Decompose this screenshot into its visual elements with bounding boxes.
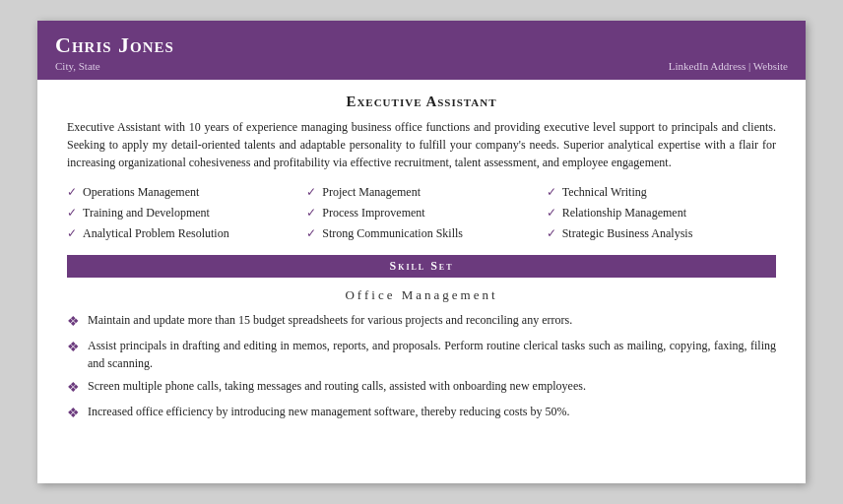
bullet-text: Maintain and update more than 15 budget … bbox=[88, 311, 572, 329]
skill-label: Strategic Business Analysis bbox=[562, 226, 693, 241]
skill-item: ✓ Relationship Management bbox=[547, 204, 776, 222]
skills-grid: ✓ Operations Management ✓ Project Manage… bbox=[67, 183, 776, 243]
candidate-city: City, State bbox=[55, 60, 100, 72]
skill-label: Relationship Management bbox=[562, 206, 686, 220]
header-subline: City, State LinkedIn Address | Website bbox=[55, 58, 788, 72]
bullet-text: Assist principals in drafting and editin… bbox=[88, 337, 776, 372]
list-item: ❖ Maintain and update more than 15 budge… bbox=[67, 311, 776, 332]
bullet-list: ❖ Maintain and update more than 15 budge… bbox=[67, 311, 776, 423]
diamond-icon: ❖ bbox=[67, 311, 80, 332]
skill-item: ✓ Process Improvement bbox=[306, 204, 536, 222]
resume-body: Executive Assistant Executive Assistant … bbox=[37, 80, 806, 444]
skill-item: ✓ Strategic Business Analysis bbox=[547, 224, 776, 243]
summary-text: Executive Assistant with 10 years of exp… bbox=[67, 118, 776, 171]
skill-label: Technical Writing bbox=[562, 185, 647, 200]
list-item: ❖ Screen multiple phone calls, taking me… bbox=[67, 377, 776, 398]
skill-item: ✓ Analytical Problem Resolution bbox=[67, 224, 296, 243]
resume-page: Chris Jones City, State LinkedIn Address… bbox=[37, 21, 806, 483]
check-icon: ✓ bbox=[547, 226, 556, 241]
check-icon: ✓ bbox=[67, 226, 77, 241]
bullet-text: Increased office efficiency by introduci… bbox=[88, 403, 569, 420]
job-title: Executive Assistant bbox=[67, 94, 776, 110]
skill-set-label: Skill Set bbox=[389, 259, 453, 273]
list-item: ❖ Increased office efficiency by introdu… bbox=[67, 403, 776, 423]
office-management-title: Office Management bbox=[67, 287, 776, 303]
diamond-icon: ❖ bbox=[67, 377, 80, 398]
skill-item: ✓ Operations Management bbox=[67, 183, 296, 202]
skill-label: Training and Development bbox=[83, 206, 210, 220]
check-icon: ✓ bbox=[547, 206, 556, 220]
skill-label: Process Improvement bbox=[322, 206, 424, 220]
check-icon: ✓ bbox=[306, 206, 316, 220]
header: Chris Jones City, State LinkedIn Address… bbox=[37, 21, 806, 80]
skill-label: Strong Communication Skills bbox=[322, 226, 463, 241]
check-icon: ✓ bbox=[306, 185, 316, 200]
skill-item: ✓ Project Management bbox=[306, 183, 536, 202]
list-item: ❖ Assist principals in drafting and edit… bbox=[67, 337, 776, 372]
check-icon: ✓ bbox=[67, 185, 77, 200]
skill-label: Project Management bbox=[322, 185, 421, 200]
check-icon: ✓ bbox=[67, 206, 77, 220]
skill-label: Operations Management bbox=[83, 185, 199, 200]
check-icon: ✓ bbox=[306, 226, 316, 241]
candidate-contact: LinkedIn Address | Website bbox=[669, 60, 788, 72]
skill-set-bar: Skill Set bbox=[67, 255, 776, 278]
check-icon: ✓ bbox=[547, 185, 556, 200]
candidate-name: Chris Jones bbox=[55, 32, 788, 58]
skill-item: ✓ Technical Writing bbox=[547, 183, 776, 202]
skill-label: Analytical Problem Resolution bbox=[83, 226, 229, 241]
skill-item: ✓ Strong Communication Skills bbox=[306, 224, 536, 243]
diamond-icon: ❖ bbox=[67, 337, 80, 357]
skill-item: ✓ Training and Development bbox=[67, 204, 296, 222]
bullet-text: Screen multiple phone calls, taking mess… bbox=[88, 377, 586, 395]
diamond-icon: ❖ bbox=[67, 403, 80, 423]
